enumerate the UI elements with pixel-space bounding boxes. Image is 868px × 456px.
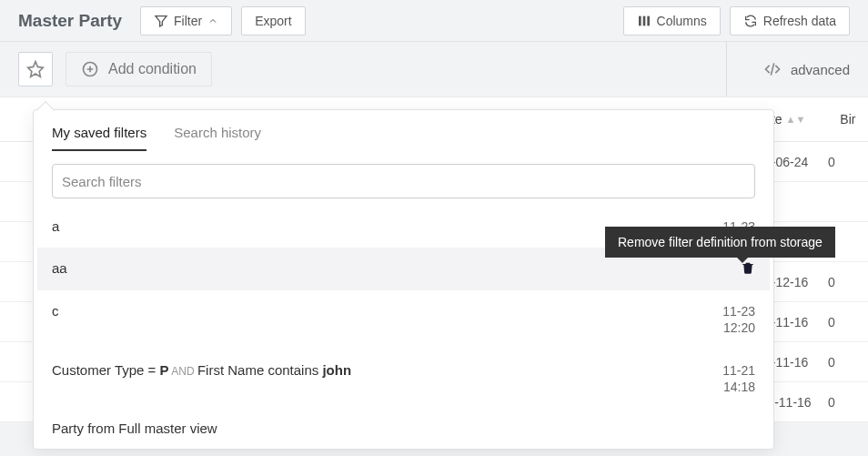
- popover-tabs: My saved filters Search history: [34, 110, 773, 151]
- saved-filter-item[interactable]: Party from Full master view: [37, 408, 770, 449]
- filter-bar: Add condition advanced: [0, 42, 868, 96]
- svg-rect-1: [639, 15, 641, 25]
- refresh-button-label: Refresh data: [763, 14, 836, 28]
- advanced-link[interactable]: advanced: [736, 60, 850, 78]
- advanced-label: advanced: [791, 62, 850, 77]
- svg-rect-3: [647, 15, 650, 25]
- columns-button[interactable]: Columns: [623, 6, 721, 35]
- plus-circle-icon: [81, 60, 99, 78]
- export-button[interactable]: Export: [241, 6, 305, 35]
- saved-filter-time: 11-21 14:18: [722, 362, 755, 395]
- saved-filter-name: Customer Type = P AND First Name contain…: [52, 362, 722, 378]
- saved-filters-popover: My saved filters Search history a 11-23 …: [33, 109, 774, 450]
- page-title: Master Party: [18, 11, 122, 31]
- code-icon: [763, 60, 782, 78]
- chevron-up-icon: [207, 15, 218, 26]
- star-icon: [26, 60, 45, 78]
- vertical-divider: [726, 42, 727, 96]
- columns-button-label: Columns: [657, 14, 707, 28]
- sort-icon: ▲▼: [786, 114, 806, 125]
- columns-icon: [637, 14, 651, 28]
- saved-filter-name: c: [52, 303, 722, 319]
- saved-filter-name: aa: [52, 260, 741, 276]
- saved-filter-item[interactable]: Customer Type = P AND First Name contain…: [37, 350, 770, 408]
- export-button-label: Export: [255, 14, 291, 28]
- tab-my-saved-filters[interactable]: My saved filters: [52, 125, 146, 151]
- saved-filter-item[interactable]: c 11-23 12:20: [37, 290, 770, 349]
- filter-button-label: Filter: [174, 14, 202, 28]
- filter-button[interactable]: Filter: [140, 6, 232, 35]
- add-condition-label: Add condition: [108, 61, 197, 77]
- saved-filter-time: 11-23 12:20: [722, 303, 755, 336]
- refresh-icon: [743, 14, 758, 28]
- favorite-button[interactable]: [18, 52, 53, 86]
- refresh-button[interactable]: Refresh data: [730, 6, 850, 35]
- add-condition-button[interactable]: Add condition: [66, 52, 212, 86]
- filter-icon: [154, 14, 168, 28]
- tab-search-history[interactable]: Search history: [174, 125, 261, 151]
- top-toolbar: Master Party Filter Export Columns Refre…: [0, 0, 868, 42]
- column-bir[interactable]: Bir: [831, 112, 864, 127]
- delete-filter-tooltip: Remove filter definition from storage: [605, 227, 835, 258]
- search-filters-input[interactable]: [52, 164, 755, 198]
- saved-filter-name: Party from Full master view: [52, 421, 755, 436]
- column-bir-label: Bir: [840, 112, 855, 127]
- delete-filter-button[interactable]: [741, 260, 755, 278]
- svg-rect-2: [642, 15, 645, 25]
